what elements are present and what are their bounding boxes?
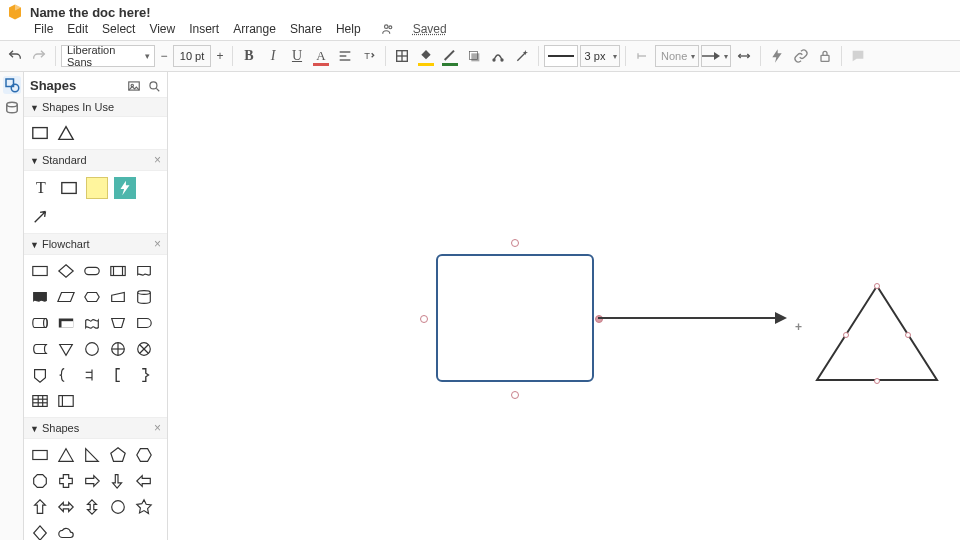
panel-flowchart[interactable]: ▼Flowchart × bbox=[24, 233, 167, 255]
tri-handle-bottom[interactable] bbox=[874, 378, 880, 384]
menu-help[interactable]: Help bbox=[336, 22, 361, 36]
bs-triangle[interactable] bbox=[56, 445, 76, 465]
bs-diamond[interactable] bbox=[30, 523, 50, 540]
bs-arrow-lr[interactable] bbox=[56, 497, 76, 517]
line-width-field[interactable]: 3 px bbox=[580, 45, 620, 67]
layout-button[interactable] bbox=[391, 45, 413, 67]
redo-button[interactable] bbox=[28, 45, 50, 67]
action-button[interactable] bbox=[766, 45, 788, 67]
bs-arrow-ud[interactable] bbox=[82, 497, 102, 517]
menu-file[interactable]: File bbox=[34, 22, 53, 36]
search-shapes-icon[interactable] bbox=[147, 79, 161, 93]
std-text[interactable]: T bbox=[30, 177, 52, 199]
std-note[interactable] bbox=[86, 177, 108, 199]
canvas-rectangle-shape[interactable] bbox=[436, 254, 594, 382]
panel-shapes-close[interactable]: × bbox=[154, 421, 161, 435]
fc-multidoc[interactable] bbox=[30, 287, 50, 307]
fc-manualop[interactable] bbox=[108, 313, 128, 333]
sel-handle-left[interactable] bbox=[420, 315, 428, 323]
bs-cloud[interactable] bbox=[56, 523, 76, 540]
bs-rect[interactable] bbox=[30, 445, 50, 465]
bold-button[interactable]: B bbox=[238, 45, 260, 67]
line-style-select[interactable] bbox=[544, 45, 578, 67]
fc-process[interactable] bbox=[30, 261, 50, 281]
std-flash[interactable] bbox=[114, 177, 136, 199]
tri-handle-right[interactable] bbox=[905, 332, 911, 338]
menu-share[interactable]: Share bbox=[290, 22, 322, 36]
canvas-arrow-head[interactable] bbox=[775, 312, 787, 324]
canvas-arrow-line[interactable] bbox=[598, 317, 781, 319]
fc-decision[interactable] bbox=[56, 261, 76, 281]
fc-manualinput[interactable] bbox=[108, 287, 128, 307]
data-tool[interactable] bbox=[3, 100, 21, 118]
line-start-button[interactable] bbox=[631, 45, 653, 67]
std-rect[interactable] bbox=[58, 177, 80, 199]
fc-harddisk[interactable] bbox=[30, 313, 50, 333]
menu-edit[interactable]: Edit bbox=[67, 22, 88, 36]
panel-shapes[interactable]: ▼Shapes × bbox=[24, 417, 167, 439]
fc-note[interactable] bbox=[82, 365, 102, 385]
effects-button[interactable] bbox=[487, 45, 509, 67]
panel-flowchart-close[interactable]: × bbox=[154, 237, 161, 251]
menu-arrange[interactable]: Arrange bbox=[233, 22, 276, 36]
collaborators-icon[interactable] bbox=[381, 22, 395, 36]
font-select[interactable]: Liberation Sans bbox=[61, 45, 155, 67]
fc-connector[interactable] bbox=[82, 339, 102, 359]
sel-handle-bottom[interactable] bbox=[511, 391, 519, 399]
bs-arrow-l[interactable] bbox=[134, 471, 154, 491]
bs-arrow-turn[interactable] bbox=[108, 471, 128, 491]
bs-pentagon[interactable] bbox=[108, 445, 128, 465]
bs-rt-triangle[interactable] bbox=[82, 445, 102, 465]
font-color-button[interactable]: A bbox=[310, 45, 332, 67]
font-size-decrease[interactable]: − bbox=[157, 45, 171, 67]
arrow-start-select[interactable]: None bbox=[655, 45, 699, 67]
fc-delay[interactable] bbox=[134, 313, 154, 333]
inuse-rect[interactable] bbox=[30, 123, 50, 143]
panel-standard[interactable]: ▼Standard × bbox=[24, 149, 167, 171]
bs-arrow-r[interactable] bbox=[82, 471, 102, 491]
bs-cross[interactable] bbox=[56, 471, 76, 491]
std-arrow[interactable] bbox=[30, 205, 52, 227]
sel-handle-top[interactable] bbox=[511, 239, 519, 247]
undo-button[interactable] bbox=[4, 45, 26, 67]
fc-merge[interactable] bbox=[56, 339, 76, 359]
border-color-button[interactable] bbox=[439, 45, 461, 67]
shadow-button[interactable] bbox=[463, 45, 485, 67]
fc-document[interactable] bbox=[134, 261, 154, 281]
font-size-field[interactable]: 10 pt bbox=[173, 45, 211, 67]
tri-handle-top[interactable] bbox=[874, 283, 880, 289]
fc-predefined[interactable] bbox=[108, 261, 128, 281]
image-shapes-icon[interactable] bbox=[127, 79, 141, 93]
canvas-triangle-shape[interactable] bbox=[815, 284, 939, 382]
align-button[interactable] bbox=[334, 45, 356, 67]
fc-summing[interactable] bbox=[134, 339, 154, 359]
bs-circle[interactable] bbox=[108, 497, 128, 517]
bs-hexagon[interactable] bbox=[134, 445, 154, 465]
inuse-triangle[interactable] bbox=[56, 123, 76, 143]
fc-table[interactable] bbox=[30, 391, 50, 411]
tri-handle-left[interactable] bbox=[843, 332, 849, 338]
shapes-tool[interactable] bbox=[3, 76, 21, 94]
fc-internal[interactable] bbox=[56, 313, 76, 333]
text-options-button[interactable]: T bbox=[358, 45, 380, 67]
fc-storeddata[interactable] bbox=[30, 339, 50, 359]
bs-star[interactable] bbox=[134, 497, 154, 517]
panel-shapes-in-use[interactable]: ▼Shapes In Use bbox=[24, 97, 167, 117]
fc-bracket-l[interactable] bbox=[108, 365, 128, 385]
fc-data[interactable] bbox=[56, 287, 76, 307]
fc-brace[interactable] bbox=[56, 365, 76, 385]
canvas[interactable]: + bbox=[168, 72, 960, 540]
font-size-increase[interactable]: + bbox=[213, 45, 227, 67]
fc-bracket-r[interactable] bbox=[134, 365, 154, 385]
save-status[interactable]: Saved bbox=[409, 22, 447, 36]
fc-or[interactable] bbox=[108, 339, 128, 359]
menu-view[interactable]: View bbox=[149, 22, 175, 36]
fc-terminator[interactable] bbox=[82, 261, 102, 281]
comment-button[interactable] bbox=[847, 45, 869, 67]
link-button[interactable] bbox=[790, 45, 812, 67]
panel-standard-close[interactable]: × bbox=[154, 153, 161, 167]
bs-octagon[interactable] bbox=[30, 471, 50, 491]
fc-database[interactable] bbox=[134, 287, 154, 307]
fill-color-button[interactable] bbox=[415, 45, 437, 67]
fc-papertape[interactable] bbox=[82, 313, 102, 333]
